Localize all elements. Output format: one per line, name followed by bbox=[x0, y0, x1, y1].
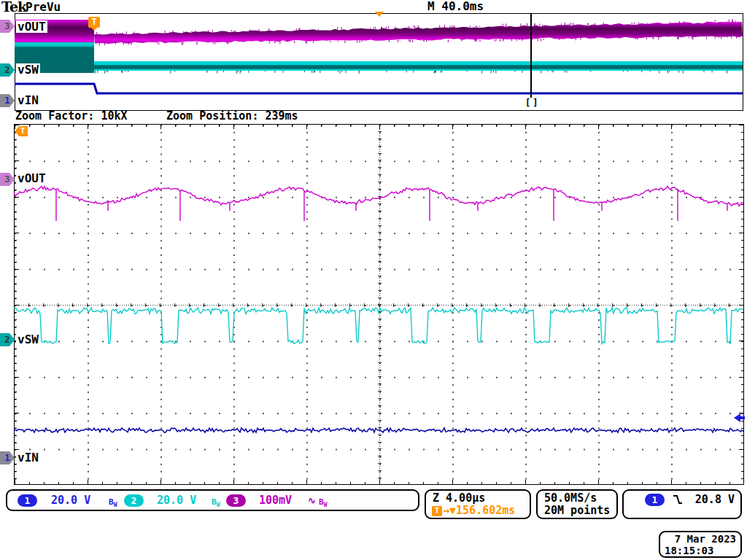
zoom-scale-readout: Z 4.00µs bbox=[433, 492, 485, 505]
date-readout: 7 Mar 2023 bbox=[675, 533, 736, 545]
overview-channel2-marker: 2 bbox=[0, 63, 15, 77]
channel2-scale[interactable]: 20.0 V bbox=[157, 494, 196, 507]
sample-rate-readout: 50.0MS/s bbox=[544, 492, 597, 505]
overview-vsw-label: vSW bbox=[16, 63, 40, 76]
trigger-source-badge[interactable]: 1 bbox=[645, 494, 665, 506]
timebase-readout: M 40.0ms bbox=[427, 0, 484, 13]
top-major-ticks bbox=[15, 125, 743, 129]
acquisition-box[interactable]: 50.0MS/s 20M points bbox=[536, 489, 618, 519]
trigger-level-readout: 20.8 V bbox=[695, 494, 735, 506]
zoom-window-cursor[interactable] bbox=[530, 14, 532, 102]
oscilloscope-screen: Tek PreVu M 40.0ms 3 vOUT 2 vSW 1 vIN T … bbox=[0, 0, 747, 560]
overview-vin-label: vIN bbox=[16, 94, 40, 106]
overview-vout-label: vOUT bbox=[16, 20, 47, 33]
time-readout: 18:15:03 bbox=[665, 545, 713, 557]
channel2-bandwidth-icon: BW bbox=[212, 496, 220, 511]
channel3-badge[interactable]: 3 bbox=[226, 494, 246, 507]
channel2-badge[interactable]: 2 bbox=[124, 494, 144, 507]
overview-channel3-marker: 3 bbox=[0, 20, 15, 33]
channel1-scale[interactable]: 20.0 V bbox=[51, 494, 90, 507]
right-major-ticks bbox=[739, 125, 743, 484]
zoom-position-readout: Zoom Position: 239ms bbox=[166, 109, 298, 122]
main-vout-label: vOUT bbox=[16, 172, 47, 184]
bottom-major-ticks bbox=[15, 480, 743, 484]
trigger-position-icon: T bbox=[88, 17, 100, 28]
trigger-delay-icon: T bbox=[432, 506, 442, 516]
overview-channel1-marker: 1 bbox=[0, 94, 15, 107]
trigger-slope-falling-icon bbox=[672, 493, 684, 506]
channel-scales-box[interactable]: 1 20.0 V BW 2 20.0 V BW 3 100mV ∿ BW bbox=[6, 489, 419, 511]
channel1-bandwidth-icon: BW bbox=[109, 496, 117, 511]
zoom-factor-readout: Zoom Factor: 10kX bbox=[15, 109, 128, 122]
datetime-box: 7 Mar 2023 18:15:03 bbox=[659, 531, 742, 558]
channel3-bandwidth-icon: BW bbox=[319, 496, 327, 511]
zoom-window-bracket: [] bbox=[525, 98, 541, 108]
acquisition-status: PreVu bbox=[26, 0, 61, 14]
center-horizontal-ticks bbox=[15, 303, 743, 307]
record-overview-panel bbox=[15, 13, 743, 111]
main-channel3-marker: 3 bbox=[0, 173, 15, 186]
tek-logo: Tek bbox=[1, 0, 26, 15]
delay-readout: →▼156.602ms bbox=[443, 505, 515, 517]
record-length-readout: 20M points bbox=[544, 505, 610, 517]
channel1-badge[interactable]: 1 bbox=[18, 494, 37, 507]
main-vsw-label: vSW bbox=[16, 333, 40, 346]
trigger-box[interactable]: 1 20.8 V bbox=[622, 489, 742, 519]
main-vin-label: vIN bbox=[16, 451, 40, 464]
channel3-scale[interactable]: 100mV bbox=[259, 494, 292, 507]
zoom-scale-box[interactable]: Z 4.00µs T →▼156.602ms bbox=[425, 489, 531, 519]
main-channel1-marker: 1 bbox=[0, 451, 15, 464]
main-graticule bbox=[14, 124, 744, 485]
expansion-point-icon bbox=[375, 12, 384, 17]
channel3-coupling-icon: ∿ bbox=[308, 494, 316, 507]
main-channel2-marker: 2 bbox=[0, 333, 15, 346]
